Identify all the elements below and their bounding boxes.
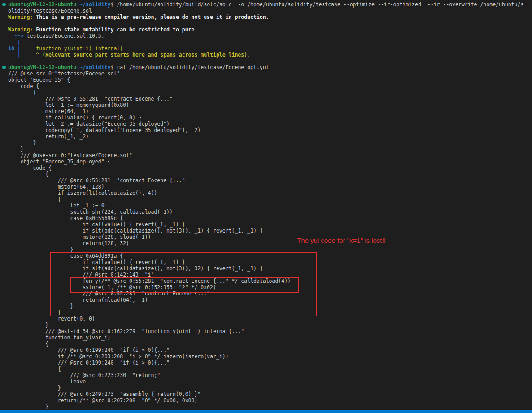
terminal-text-segment: $ — [111, 1, 117, 8]
terminal-text-segment: 10 | — [8, 45, 24, 52]
terminal-text-segment: } — [8, 140, 36, 146]
terminal-text-segment: mstore(64, 128) — [8, 184, 105, 190]
terminal-line: { — [8, 341, 532, 347]
terminal-line: return(_1, _2) — [8, 133, 532, 140]
command-decoration-dot[interactable] — [2, 3, 6, 6]
terminal-line: if iszero(lt(calldatasize(), 4)) — [8, 190, 532, 196]
terminal-text-segment: Warning: — [8, 26, 33, 33]
terminal-line: if slt(add(calldatasize(), not(3)), 32) … — [8, 265, 532, 272]
terminal-text-segment: case 0x0c55699c { — [8, 215, 123, 221]
terminal-line: fun_y(/** @src 0:55:281 "contract Eocene… — [8, 278, 532, 284]
terminal-line: /// @src 0:55:281 "contract Eocene {..." — [8, 177, 532, 184]
terminal-line: object "Eocene_35_deployed" { — [8, 158, 532, 165]
terminal-text-segment: Warning: — [8, 14, 33, 20]
terminal-text-segment: code { — [8, 165, 52, 171]
terminal-line: if callvalue() { revert(_1, _1) } — [8, 221, 532, 228]
terminal-text-segment: fun_y(/** @src 0:55:281 "contract Eocene… — [8, 278, 291, 284]
terminal-screen: ubuntu@VM-12-12-ubuntu:~/solidity$ /home… — [0, 0, 532, 413]
terminal-line: /// @src 0:199:240 "if (i > 0){..." — [8, 347, 532, 353]
terminal-text-segment: function fun_y(var_i) — [8, 334, 110, 341]
terminal-text-segment: Function state mutability can be restric… — [33, 26, 194, 33]
terminal-text-segment: leave — [8, 378, 86, 385]
terminal-line: if callvalue() { revert(0, 0) } — [8, 114, 532, 121]
terminal-text-segment: } — [8, 246, 73, 253]
terminal-text-segment: ^ (Relevant source part starts here and … — [24, 52, 250, 58]
terminal-text-segment: return(/** @src 0:207:208 "0" */ 0x00, 0… — [8, 397, 197, 404]
terminal-text-segment: mstore(64, _1) — [8, 108, 89, 114]
command-decoration-dot[interactable] — [2, 66, 6, 69]
terminal-line: } — [8, 309, 532, 316]
terminal-line: Warning: This is a pre-release compiler … — [8, 14, 532, 20]
terminal-text-segment: /// @src 0:142:143 "i" — [8, 272, 154, 278]
terminal-line: { — [8, 89, 532, 96]
terminal-line: /// @use-src 0:"testcase/Eocene.sol" — [8, 70, 532, 77]
terminal-line: | ^ (Relevant source part starts here an… — [8, 52, 532, 58]
terminal-line: { — [8, 366, 532, 372]
terminal-text-segment: /// @src 0:55:281 "contract Eocene {..." — [8, 290, 210, 297]
terminal-line: olidity/testcase/Eocene.sol — [8, 8, 532, 14]
terminal-line: /// @use-src 0:"testcase/Eocene.sol" — [8, 152, 532, 158]
terminal-text-segment: /// @use-src 0:"testcase/Eocene.sol" — [8, 70, 120, 77]
terminal-line: mstore(128, sload(_1)) — [8, 234, 532, 240]
terminal-text-segment: { — [8, 171, 48, 177]
terminal-line: ubuntu@VM-12-12-ubuntu:~/solidity$ /home… — [8, 1, 532, 8]
terminal-text-segment: /home/ubuntu/solidity/build/solc/solc -o… — [117, 1, 523, 8]
terminal-line: if /** @src 0:203:208 "i > 0" */ iszero(… — [8, 353, 532, 360]
terminal-text-segment: { — [8, 196, 61, 202]
terminal-text-segment: return(128, 32) — [8, 240, 129, 246]
terminal-line: { — [8, 171, 532, 177]
terminal-text-segment: let _1 := memoryguard(0x80) — [8, 102, 129, 108]
terminal-text-segment: olidity/testcase/Eocene.sol — [8, 8, 92, 14]
terminal-text-segment: } — [8, 385, 61, 391]
terminal-text-segment: let _1 := 0 — [8, 202, 105, 209]
terminal-line: if callvalue() { revert(_1, _1) } — [8, 259, 532, 265]
terminal-line: codecopy(_1, dataoffset("Eocene_35_deplo… — [8, 127, 532, 133]
terminal-line: /// @ast-id 34 @src 0:162:279 "function … — [8, 328, 532, 334]
terminal-text-segment: --> — [8, 33, 27, 39]
terminal-line: } — [8, 404, 532, 410]
terminal-line: Warning: Function state mutability can b… — [8, 26, 532, 33]
terminal-text-segment: if slt(add(calldatasize(), not(3)), 32) … — [8, 265, 263, 272]
terminal-text-segment: if callvalue() { revert(_1, _1) } — [8, 221, 185, 228]
terminal-text-segment: ubuntu@VM-12-12-ubuntu — [8, 64, 76, 70]
terminal-line: /// @src 0:142:143 "i" — [8, 272, 532, 278]
terminal-line: /// @src 0:199:240 "if (i > 0){..." — [8, 360, 532, 366]
terminal-line: ubuntu@VM-12-12-ubuntu:~/solidity$ cat /… — [8, 64, 532, 70]
terminal-text-segment: mstore(128, sload(_1)) — [8, 234, 151, 240]
terminal-line: } — [8, 140, 532, 146]
terminal-text-segment: { — [8, 341, 48, 347]
terminal-text-segment: object "Eocene_35_deployed" { — [8, 158, 110, 165]
terminal-text-segment: testcase/Eocene.sol:10:5: — [27, 33, 105, 39]
terminal-text-segment: } — [8, 146, 24, 152]
terminal-line — [8, 58, 532, 64]
terminal-line: --> testcase/Eocene.sol:10:5: — [8, 33, 532, 39]
terminal-text-segment: } — [8, 322, 48, 328]
annotation-text: The yul code for "x=1" is lost!! — [297, 237, 386, 244]
terminal-text-segment: ~/solidity — [79, 1, 110, 8]
terminal-text-segment: | — [8, 52, 24, 58]
terminal-line: /// @src 0:55:281 "contract Eocene {..." — [8, 96, 532, 102]
terminal-text-segment: /// @src 0:249:273 "assembly { return(0,… — [8, 391, 201, 397]
terminal-text-segment: function y(uint i) internal{ — [24, 45, 123, 52]
terminal-text-segment: let _2 := datasize("Eocene_35_deployed") — [8, 121, 170, 127]
terminal-text-segment: /// @use-src 0:"testcase/Eocene.sol" — [8, 152, 132, 158]
terminal-line: | — [8, 39, 532, 45]
terminal-line: code { — [8, 83, 532, 89]
terminal-text-segment: revert(0, 0) — [8, 316, 95, 322]
terminal-line: } — [8, 385, 532, 391]
terminal-text-segment: } — [8, 303, 73, 309]
terminal-text-segment: This is a pre-release compiler version, … — [33, 14, 269, 20]
terminal-line: mstore(64, _1) — [8, 108, 532, 114]
terminal-text-segment: { — [8, 89, 36, 96]
terminal-text-segment: if callvalue() { revert(0, 0) } — [8, 114, 142, 121]
terminal-line: return(128, 32) — [8, 240, 532, 246]
terminal-line: let _2 := datasize("Eocene_35_deployed") — [8, 121, 532, 127]
terminal-text-segment: /// @src 0:199:240 "if (i > 0){..." — [8, 347, 170, 353]
terminal-line: } — [8, 146, 532, 152]
terminal-line: object "Eocene_35" { — [8, 77, 532, 83]
terminal-text-segment: ~/solidity — [79, 64, 110, 70]
terminal-line: /// @src 0:55:281 "contract Eocene {..." — [8, 290, 532, 297]
terminal-output[interactable]: ubuntu@VM-12-12-ubuntu:~/solidity$ /home… — [0, 0, 532, 408]
terminal-text-segment: sstore(_1, /** @src 0:152:153 "2" */ 0x0… — [8, 284, 216, 290]
terminal-line: if slt(add(calldatasize(), not(3)), _1) … — [8, 228, 532, 234]
